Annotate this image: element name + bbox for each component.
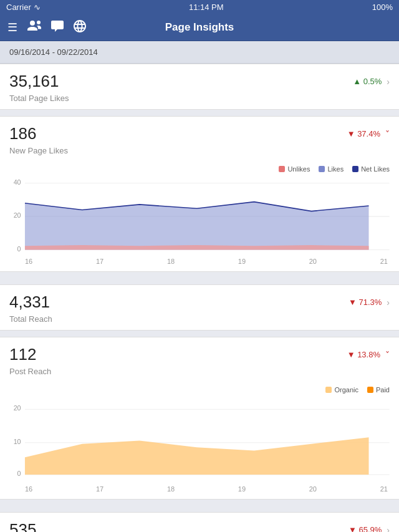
chevron-down-icon: ˅: [385, 129, 390, 139]
time-label: 11:14 PM: [189, 2, 224, 12]
new-page-likes-value: 186: [9, 124, 36, 143]
post-reach-x-labels: 16 17 18 19 20 21: [6, 484, 393, 493]
organic-dot: [325, 387, 332, 393]
post-reach-change: ▼ 13.8% ˅: [347, 350, 390, 360]
legend-paid: Paid: [367, 386, 390, 394]
total-page-likes-value: 35,161: [9, 72, 59, 91]
svg-text:20: 20: [14, 405, 21, 412]
post-reach-legend: Organic Paid: [6, 386, 393, 394]
legend-unlikes: Unlikes: [279, 165, 310, 173]
wifi-icon: ∿: [34, 2, 41, 12]
total-page-likes-label: Total Page Likes: [0, 94, 399, 109]
nav-bar: ☰ Page Insights: [0, 14, 399, 41]
section-divider-1: [0, 278, 399, 284]
status-left: Carrier ∿: [6, 2, 41, 12]
post-reach-label: Post Reach: [0, 367, 399, 382]
people-engaged-row[interactable]: 535 ▼ 65.9% ›: [0, 513, 399, 532]
new-page-likes-legend: Unlikes Likes Net Likes: [6, 165, 393, 173]
new-page-likes-chart: 40 20 0: [6, 177, 393, 256]
new-page-likes-card: 186 ▼ 37.4% ˅ New Page Likes Unlikes Lik…: [0, 116, 399, 272]
page-title: Page Insights: [165, 21, 234, 34]
chevron-right-icon: ›: [387, 77, 390, 87]
people-engaged-change: ▼ 65.9% ›: [349, 525, 390, 532]
nav-left: ☰: [7, 20, 86, 35]
total-reach-label: Total Reach: [0, 314, 399, 330]
svg-marker-7: [25, 245, 369, 249]
new-page-likes-change: ▼ 37.4% ˅: [347, 129, 390, 139]
post-reach-chart-container: Organic Paid 20 10 0 16 17 18 19 20: [0, 382, 399, 499]
post-reach-card: 112 ▼ 13.8% ˅ Post Reach Organic Paid 20…: [0, 337, 399, 500]
total-page-likes-row[interactable]: 35,161 ▲ 0.5% ›: [0, 64, 399, 94]
date-range: 09/16/2014 - 09/22/2014: [0, 41, 399, 64]
svg-text:10: 10: [14, 438, 21, 445]
carrier-label: Carrier: [6, 2, 31, 12]
net-likes-dot: [352, 166, 358, 172]
chevron-down-icon-2: ˅: [385, 350, 390, 360]
total-reach-change: ▼ 71.3% ›: [349, 297, 390, 307]
svg-text:20: 20: [14, 211, 21, 219]
people-icon[interactable]: [27, 21, 41, 34]
status-right: 100%: [372, 2, 393, 12]
people-engaged-value: 535: [9, 520, 36, 532]
legend-organic: Organic: [325, 386, 358, 394]
total-page-likes-card: 35,161 ▲ 0.5% › Total Page Likes: [0, 64, 399, 110]
new-page-likes-label: New Page Likes: [0, 146, 399, 162]
legend-likes: Likes: [319, 165, 344, 173]
new-page-likes-chart-container: Unlikes Likes Net Likes 40 20 0: [0, 162, 399, 271]
menu-icon[interactable]: ☰: [7, 21, 17, 34]
total-page-likes-change: ▲ 0.5% ›: [353, 77, 390, 87]
total-reach-card: 4,331 ▼ 71.3% › Total Reach: [0, 284, 399, 331]
post-reach-value: 112: [9, 345, 36, 364]
post-reach-chart: 20 10 0: [6, 397, 393, 484]
new-page-likes-row[interactable]: 186 ▼ 37.4% ˅: [0, 117, 399, 146]
chevron-right-icon-3: ›: [387, 525, 390, 532]
likes-dot: [319, 166, 325, 172]
message-icon[interactable]: [51, 21, 64, 34]
status-bar: Carrier ∿ 11:14 PM 100%: [0, 0, 399, 14]
svg-text:0: 0: [17, 245, 21, 253]
unlikes-dot: [279, 166, 285, 172]
total-reach-value: 4,331: [9, 293, 50, 312]
section-divider-2: [0, 506, 399, 512]
chevron-right-icon-2: ›: [387, 297, 390, 307]
post-reach-row[interactable]: 112 ▼ 13.8% ˅: [0, 337, 399, 367]
new-page-likes-x-labels: 16 17 18 19 20 21: [6, 256, 393, 265]
paid-dot: [367, 387, 373, 393]
battery-label: 100%: [372, 2, 393, 12]
svg-text:40: 40: [14, 178, 21, 186]
globe-icon[interactable]: [74, 20, 86, 35]
total-reach-row[interactable]: 4,331 ▼ 71.3% ›: [0, 285, 399, 314]
legend-net-likes: Net Likes: [352, 165, 390, 173]
svg-text:0: 0: [17, 470, 21, 477]
people-engaged-card: 535 ▼ 65.9% › People Engaged: [0, 512, 399, 532]
